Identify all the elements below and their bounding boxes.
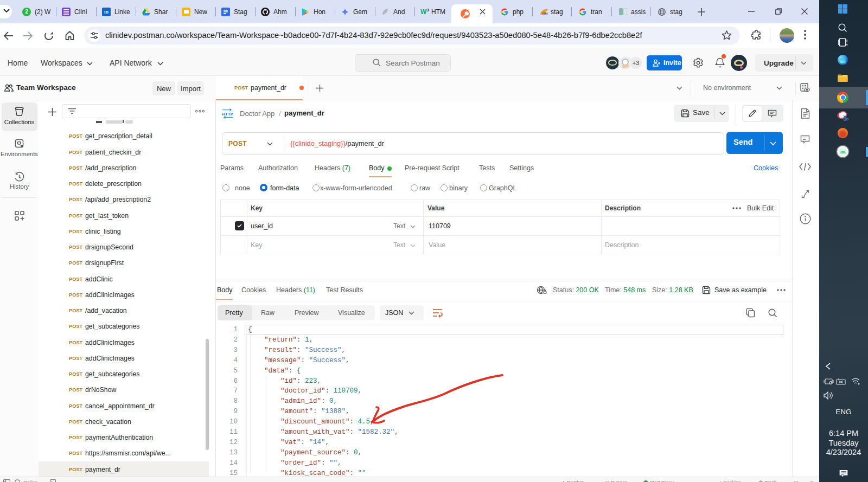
svg-text:HTTP: HTTP xyxy=(222,112,233,117)
svg-text:PMA: PMA xyxy=(542,12,548,15)
